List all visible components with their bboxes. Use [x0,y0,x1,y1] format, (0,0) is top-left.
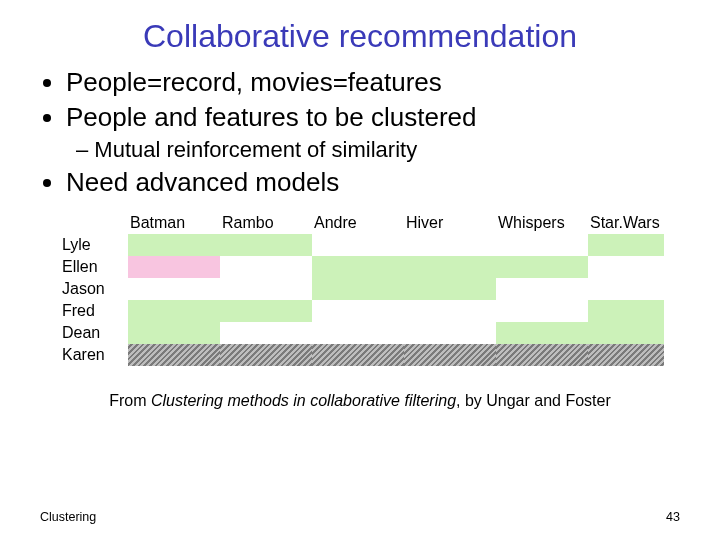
col-head-andre: Andre [312,212,404,234]
cell [220,278,312,300]
bullet-1: People=record, movies=features [66,67,680,98]
cell [312,256,404,278]
cell [588,344,664,366]
cell [404,234,496,256]
table-row: Jason [58,278,664,300]
cell [404,278,496,300]
bullet-list: People=record, movies=features People an… [40,67,680,198]
cell [496,300,588,322]
cell [128,344,220,366]
bullet-2-text: People and features to be clustered [66,102,477,132]
cell [220,256,312,278]
row-label-lyle: Lyle [58,234,128,256]
col-head-hiver: Hiver [404,212,496,234]
row-label-ellen: Ellen [58,256,128,278]
cell [496,344,588,366]
cell [312,234,404,256]
cell [312,278,404,300]
caption-suffix: , by Ungar and Foster [456,392,611,409]
cell [496,256,588,278]
slide-title: Collaborative recommendation [40,18,680,55]
cell [128,256,220,278]
table-row: Lyle [58,234,664,256]
col-head-rambo: Rambo [220,212,312,234]
cell [496,234,588,256]
cell [404,300,496,322]
bullet-3: Need advanced models [66,167,680,198]
cell [588,300,664,322]
table-row: Fred [58,300,664,322]
row-label-karen: Karen [58,344,128,366]
col-head-starwars: Star.Wars [588,212,664,234]
cell [128,278,220,300]
table-row: Ellen [58,256,664,278]
cell [220,344,312,366]
row-label-jason: Jason [58,278,128,300]
table-row: Dean [58,322,664,344]
cell [588,322,664,344]
bullet-2: People and features to be clustered Mutu… [66,102,680,163]
col-head-whispers: Whispers [496,212,588,234]
cell [404,322,496,344]
cell [588,256,664,278]
table-row: Karen [58,344,664,366]
cell [496,278,588,300]
page-number: 43 [666,510,680,524]
cell [312,300,404,322]
row-label-fred: Fred [58,300,128,322]
cell [128,234,220,256]
cell [588,234,664,256]
bullet-2-sub: Mutual reinforcement of similarity [76,137,680,163]
row-label-dean: Dean [58,322,128,344]
table-corner [58,212,128,234]
cell [312,344,404,366]
footer-topic: Clustering [40,510,96,524]
caption-title: Clustering methods in collaborative filt… [151,392,456,409]
cell [128,300,220,322]
col-head-batman: Batman [128,212,220,234]
cell [588,278,664,300]
cell [220,234,312,256]
cell [220,300,312,322]
caption-prefix: From [109,392,151,409]
cell [128,322,220,344]
cell [312,322,404,344]
cell [404,344,496,366]
cell [496,322,588,344]
cell [404,256,496,278]
cell [220,322,312,344]
matrix-diagram: Batman Rambo Andre Hiver Whispers Star.W… [58,212,680,366]
caption: From Clustering methods in collaborative… [40,392,680,410]
